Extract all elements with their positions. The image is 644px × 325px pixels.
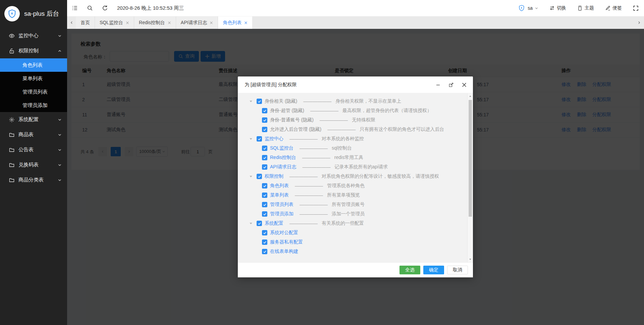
checkbox-checked[interactable] bbox=[257, 174, 262, 179]
tab-0[interactable]: 首页 bbox=[76, 16, 95, 29]
scroll-down-arrow-icon[interactable] bbox=[468, 257, 473, 262]
tab-3[interactable]: API请求日志 bbox=[176, 16, 218, 29]
tree-node-label[interactable]: API请求日志 bbox=[270, 164, 297, 170]
topbar: 2020-8-26 晚上 10:52:53 周三 sa 切换 主题 便签 bbox=[67, 0, 644, 16]
close-icon[interactable] bbox=[126, 21, 129, 24]
sidebar-subitem-1-1[interactable]: 菜单列表 bbox=[0, 72, 67, 85]
checkbox-checked[interactable] bbox=[262, 239, 267, 245]
tree-node-desc: 所有菜单项预览 bbox=[327, 192, 360, 198]
checkbox-checked[interactable] bbox=[262, 108, 267, 113]
permission-tree: 身份相关 (隐藏) ——————身份相关权限，不显示在菜单上 身份-超管 (隐藏… bbox=[238, 93, 473, 256]
topbar-action-2[interactable]: 便签 bbox=[605, 5, 622, 11]
maximize-icon[interactable] bbox=[448, 82, 454, 88]
checkbox-checked[interactable] bbox=[257, 136, 262, 142]
chevron-down-icon bbox=[58, 163, 62, 167]
caret-down-icon[interactable] bbox=[249, 222, 253, 225]
tree-node-label[interactable]: Redis控制台 bbox=[270, 155, 296, 161]
checkbox-checked[interactable] bbox=[262, 164, 267, 170]
tree-node-label: 身份相关 (隐藏) bbox=[265, 98, 297, 104]
checkbox-checked[interactable] bbox=[262, 193, 267, 198]
sidebar-item-1[interactable]: 权限控制 bbox=[0, 43, 67, 58]
user-menu[interactable]: sa bbox=[518, 5, 538, 11]
sidebar-item-6[interactable]: 商品分类表 bbox=[0, 172, 67, 187]
sidebar-subitem-1-0[interactable]: 角色列表 bbox=[0, 58, 67, 72]
topbar-action-1[interactable]: 主题 bbox=[577, 5, 594, 11]
checkbox-checked[interactable] bbox=[262, 183, 267, 188]
checkbox-checked[interactable] bbox=[262, 202, 267, 207]
tree-node-desc: 添加一个管理员 bbox=[332, 211, 365, 217]
tree-dash: —————— bbox=[300, 211, 328, 217]
tab-2[interactable]: Redis控制台 bbox=[134, 16, 176, 29]
tab-1[interactable]: SQL监控台 bbox=[95, 16, 134, 29]
checkbox-checked[interactable] bbox=[257, 221, 262, 226]
tree-node-label[interactable]: 监控中心 bbox=[265, 136, 283, 142]
checkbox-checked[interactable] bbox=[262, 117, 267, 123]
scroll-up-arrow-icon[interactable] bbox=[468, 94, 473, 99]
checkbox-checked[interactable] bbox=[262, 211, 267, 217]
tree-node-desc: 只有拥有这个权限的角色才可以进入后台 bbox=[360, 126, 444, 132]
folder-icon bbox=[9, 162, 15, 168]
close-icon[interactable] bbox=[168, 21, 171, 24]
close-icon[interactable] bbox=[462, 82, 467, 88]
checkbox-checked[interactable] bbox=[262, 230, 267, 235]
tree-dash: —————— bbox=[303, 164, 331, 170]
dialog-footer: 全选确定取消 bbox=[238, 262, 473, 277]
dialog-controls bbox=[428, 82, 473, 88]
chevron-up-icon bbox=[58, 49, 62, 53]
tag-icon bbox=[577, 5, 583, 11]
confirm-button[interactable]: 确定 bbox=[423, 266, 444, 274]
tree-dash: —————— bbox=[310, 108, 338, 113]
dialog-title: 为 [超级管理员] 分配权限 bbox=[245, 82, 297, 88]
cancel-button[interactable]: 取消 bbox=[447, 266, 468, 274]
app-logo: sa-plus 后台 bbox=[0, 0, 67, 28]
sidebar-nav: 监控中心 权限控制 角色列表菜单列表管理员列表管理员添加 系统配置 商品表 公告… bbox=[0, 28, 67, 187]
tree-node-label[interactable]: 权限控制 bbox=[265, 173, 283, 179]
checkbox-checked[interactable] bbox=[262, 146, 267, 151]
tree-node-label[interactable]: 系统配置 bbox=[265, 220, 283, 226]
sidebar-item-5[interactable]: 兑换码表 bbox=[0, 157, 67, 172]
sidebar-subitem-1-3[interactable]: 管理员添加 bbox=[0, 99, 67, 112]
sidebar-item-2[interactable]: 系统配置 bbox=[0, 112, 67, 127]
tree-node-label[interactable]: 菜单列表 bbox=[270, 192, 289, 198]
tree-node-label[interactable]: 系统对公配置 bbox=[270, 230, 298, 236]
tree-node-label[interactable]: SQL监控台 bbox=[270, 145, 293, 151]
tab-label: 首页 bbox=[80, 20, 90, 26]
close-icon[interactable] bbox=[210, 21, 213, 24]
refresh-icon[interactable] bbox=[102, 5, 108, 11]
dialog-header[interactable]: 为 [超级管理员] 分配权限 bbox=[238, 76, 473, 93]
menu-icon[interactable] bbox=[72, 5, 78, 11]
sidebar-item-4[interactable]: 公告表 bbox=[0, 142, 67, 157]
tab-scroll-left-button[interactable] bbox=[67, 16, 76, 29]
search-icon[interactable] bbox=[87, 5, 93, 11]
fullscreen-icon[interactable] bbox=[633, 5, 639, 11]
tree-node: API请求日志 ——————记录本系统所有的api请求 bbox=[238, 162, 473, 172]
sidebar-item-0[interactable]: 监控中心 bbox=[0, 28, 67, 43]
tree-node-label[interactable]: 管理员添加 bbox=[270, 211, 293, 217]
select-all-button[interactable]: 全选 bbox=[399, 266, 420, 274]
tree-node-label[interactable]: 角色列表 bbox=[270, 183, 289, 189]
checkbox-checked[interactable] bbox=[262, 127, 267, 132]
topbar-action-0[interactable]: 切换 bbox=[549, 5, 566, 11]
tab-4[interactable]: 角色列表 bbox=[218, 16, 253, 29]
tree-node-label[interactable]: 服务器私有配置 bbox=[270, 239, 303, 245]
checkbox-checked[interactable] bbox=[257, 99, 262, 104]
sidebar-item-3[interactable]: 商品表 bbox=[0, 127, 67, 142]
chevron-down-icon bbox=[58, 178, 62, 182]
tree-node: 身份-普通账号 (隐藏) ——————无特殊权限 bbox=[238, 115, 473, 125]
dialog-body: 身份相关 (隐藏) ——————身份相关权限，不显示在菜单上 身份-超管 (隐藏… bbox=[238, 93, 473, 262]
sidebar-subitem-1-2[interactable]: 管理员列表 bbox=[0, 85, 67, 99]
tree-node-label: 身份-超管 (隐藏) bbox=[270, 108, 304, 114]
checkbox-checked[interactable] bbox=[262, 249, 267, 254]
tree-node-label[interactable]: 在线表单构建 bbox=[270, 249, 298, 255]
caret-down-icon[interactable] bbox=[249, 137, 253, 141]
tab-list: 首页 SQL监控台 Redis控制台 API请求日志 角色列表 bbox=[76, 16, 253, 29]
tree-dash: —————— bbox=[320, 117, 348, 123]
caret-down-icon[interactable] bbox=[249, 100, 253, 103]
checkbox-checked[interactable] bbox=[262, 155, 267, 160]
minimize-icon[interactable] bbox=[435, 82, 441, 88]
close-icon[interactable] bbox=[244, 21, 248, 24]
scrollbar-thumb[interactable] bbox=[469, 100, 472, 217]
tab-scroll-right-button[interactable] bbox=[635, 16, 643, 29]
tree-node-label[interactable]: 管理员列表 bbox=[270, 202, 293, 208]
caret-down-icon[interactable] bbox=[249, 175, 253, 178]
